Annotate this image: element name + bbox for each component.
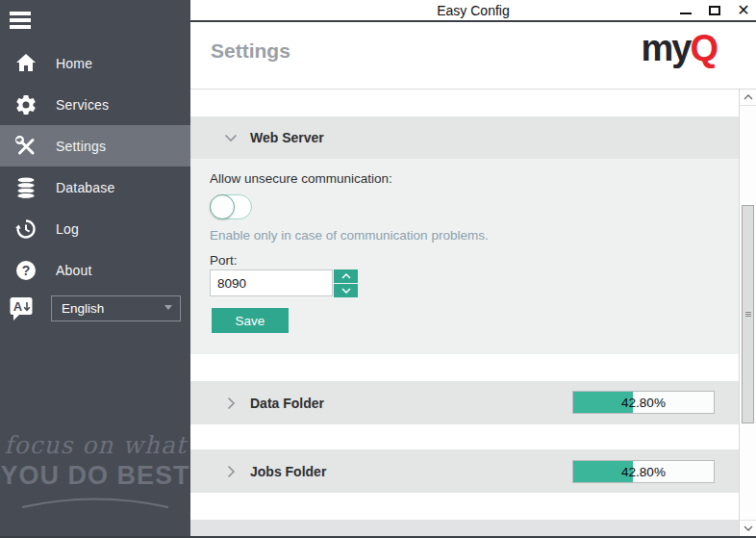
page-header: Settings myQ bbox=[190, 24, 756, 90]
sidebar-item-settings[interactable]: Settings bbox=[0, 125, 190, 167]
translate-icon: A bbox=[9, 295, 34, 325]
myq-logo: myQ bbox=[642, 30, 717, 66]
chevron-right-icon bbox=[224, 397, 238, 410]
close-button[interactable]: ✕ bbox=[735, 1, 752, 20]
save-button[interactable]: Save bbox=[212, 308, 289, 333]
sidebar-item-services[interactable]: Services bbox=[0, 84, 190, 125]
main-area: Easy Config ✕ Settings myQ Web Server Al… bbox=[190, 0, 756, 536]
spinner-down-button[interactable] bbox=[334, 284, 358, 297]
question-icon: ? bbox=[12, 259, 40, 282]
progress-value: 42.80% bbox=[573, 392, 714, 413]
database-icon bbox=[12, 176, 40, 199]
window-title: Easy Config bbox=[190, 3, 756, 18]
scrollbar-grip bbox=[745, 312, 751, 318]
section-header-jobs-folder[interactable]: Jobs Folder 42.80% bbox=[190, 449, 739, 493]
sidebar-item-log[interactable]: Log bbox=[0, 208, 190, 249]
language-row: A English bbox=[0, 294, 190, 324]
scroll-up-button[interactable] bbox=[740, 90, 756, 106]
sidebar: Home Services bbox=[0, 0, 190, 536]
sidebar-item-home[interactable]: Home bbox=[0, 42, 190, 84]
section-header-web-server[interactable]: Web Server bbox=[190, 116, 739, 159]
easy-config-window: Home Services bbox=[0, 0, 756, 538]
sidebar-item-label: About bbox=[56, 263, 92, 278]
chevron-down-icon bbox=[164, 305, 172, 310]
language-value: English bbox=[62, 301, 104, 316]
tagline-line2: YOU DO BEST bbox=[0, 461, 190, 491]
port-spinner bbox=[334, 269, 358, 297]
maximize-button[interactable] bbox=[706, 1, 723, 20]
sidebar-item-label: Log bbox=[56, 221, 79, 237]
chevron-right-icon bbox=[224, 465, 238, 478]
tagline-line1: focus on what bbox=[0, 431, 190, 459]
sidebar-item-about[interactable]: ? About bbox=[0, 249, 190, 291]
section-header-data-folder[interactable]: Data Folder 42.80% bbox=[190, 381, 739, 424]
minimize-button[interactable] bbox=[677, 1, 694, 20]
sidebar-item-label: Settings bbox=[56, 139, 106, 154]
port-label: Port: bbox=[210, 253, 238, 268]
sidebar-item-label: Home bbox=[56, 56, 92, 71]
brand-tagline: focus on what YOU DO BEST bbox=[0, 431, 190, 510]
maximize-icon bbox=[709, 6, 720, 15]
toggle-knob bbox=[210, 194, 235, 219]
gear-icon bbox=[12, 93, 40, 116]
section-label: Web Server bbox=[250, 130, 324, 145]
svg-text:A: A bbox=[13, 299, 23, 314]
unsecure-communication-toggle[interactable] bbox=[210, 194, 252, 219]
progress-value: 42.80% bbox=[573, 461, 714, 482]
web-server-panel: Allow unsecure communication: Enable onl… bbox=[190, 159, 739, 354]
home-icon bbox=[12, 52, 40, 75]
chevron-down-icon bbox=[224, 131, 238, 144]
data-folder-progressbar: 42.80% bbox=[572, 391, 715, 414]
page-title: Settings bbox=[211, 39, 290, 63]
scrollbar-thumb[interactable] bbox=[742, 205, 754, 423]
spinner-up-button[interactable] bbox=[334, 269, 358, 283]
section-header-partial[interactable] bbox=[190, 520, 739, 536]
close-icon: ✕ bbox=[737, 3, 749, 18]
sidebar-item-label: Database bbox=[56, 180, 115, 195]
svg-text:?: ? bbox=[22, 263, 31, 278]
unsecure-hint-text: Enable only in case of communication pro… bbox=[210, 228, 489, 243]
sidebar-menu: Home Services bbox=[0, 42, 190, 291]
port-input[interactable] bbox=[210, 269, 333, 296]
unsecure-communication-label: Allow unsecure communication: bbox=[210, 171, 392, 186]
vertical-scrollbar[interactable] bbox=[739, 90, 756, 536]
settings-content: Web Server Allow unsecure communication:… bbox=[190, 90, 739, 536]
tools-icon bbox=[12, 135, 40, 158]
minimize-icon bbox=[680, 13, 692, 14]
tagline-arc bbox=[18, 495, 172, 510]
sidebar-item-database[interactable]: Database bbox=[0, 167, 190, 208]
section-label: Jobs Folder bbox=[250, 464, 326, 479]
history-icon bbox=[12, 218, 40, 241]
sidebar-item-label: Services bbox=[56, 97, 109, 113]
titlebar: Easy Config ✕ bbox=[190, 0, 756, 22]
scroll-down-button[interactable] bbox=[740, 520, 756, 536]
jobs-folder-progressbar: 42.80% bbox=[572, 460, 715, 483]
hamburger-menu-icon[interactable] bbox=[10, 12, 37, 30]
language-dropdown[interactable]: English bbox=[51, 295, 181, 321]
section-label: Data Folder bbox=[250, 396, 324, 411]
window-controls: ✕ bbox=[677, 0, 752, 21]
